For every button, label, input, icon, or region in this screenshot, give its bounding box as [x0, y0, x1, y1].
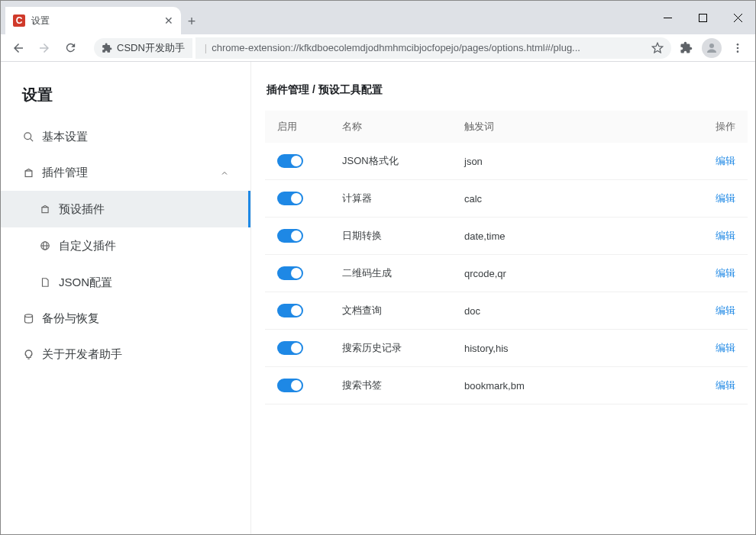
- plugin-name: 文档查询: [342, 304, 464, 317]
- col-header-trigger: 触发词: [464, 120, 690, 134]
- main-panel: 插件管理 / 预设工具配置 启用 名称 触发词 操作 JSON格式化json编辑…: [251, 62, 755, 534]
- bookmark-star-icon[interactable]: [651, 42, 664, 54]
- enable-toggle[interactable]: [277, 229, 303, 243]
- table-row: 文档查询doc编辑: [265, 292, 748, 330]
- enable-toggle[interactable]: [277, 379, 303, 392]
- window-close-button[interactable]: [720, 1, 755, 34]
- svg-point-7: [737, 50, 739, 53]
- svg-point-8: [24, 133, 31, 140]
- plugin-trigger: calc: [464, 193, 690, 205]
- database-icon: [22, 313, 34, 324]
- table-row: 计算器calc编辑: [265, 180, 748, 218]
- lightbulb-icon: [22, 349, 34, 360]
- enable-toggle[interactable]: [277, 304, 303, 317]
- svg-point-15: [24, 314, 32, 317]
- plugin-name: JSON格式化: [342, 154, 464, 168]
- table-header: 启用 名称 触发词 操作: [265, 111, 748, 143]
- chevron-up-icon: [220, 169, 229, 178]
- favicon: C: [13, 15, 25, 27]
- extensions-button[interactable]: [674, 37, 697, 60]
- window-maximize-button[interactable]: [685, 1, 720, 34]
- edit-button[interactable]: 编辑: [716, 192, 735, 204]
- edit-button[interactable]: 编辑: [716, 379, 735, 391]
- sidebar-item-label: 关于开发者助手: [42, 347, 122, 362]
- plugin-trigger: history,his: [464, 343, 690, 354]
- col-header-action: 操作: [690, 120, 735, 134]
- sidebar-sub-json[interactable]: JSON配置: [1, 264, 250, 301]
- window-minimize-button[interactable]: [650, 1, 685, 34]
- window-titlebar: C 设置 ✕ +: [1, 1, 755, 34]
- plugin-trigger: date,time: [464, 230, 690, 242]
- sidebar-item-label: 预设插件: [59, 202, 105, 217]
- profile-button[interactable]: [700, 37, 723, 60]
- col-header-name: 名称: [342, 120, 464, 134]
- plugin-trigger: doc: [464, 305, 690, 317]
- plugin-trigger: json: [464, 156, 690, 167]
- plugins-table: 启用 名称 触发词 操作 JSON格式化json编辑计算器calc编辑日期转换d…: [265, 111, 748, 404]
- tab-title: 设置: [31, 15, 158, 27]
- puzzle-icon: [102, 43, 112, 53]
- plugin-name: 搜索历史记录: [342, 341, 464, 355]
- settings-sidebar: 设置 基本设置 插件管理 预设插件 自定义插件 JSON配置 备份与恢复: [1, 62, 251, 534]
- table-row: 搜索书签bookmark,bm编辑: [265, 367, 748, 404]
- edit-button[interactable]: 编辑: [716, 267, 735, 279]
- table-row: 日期转换date,time编辑: [265, 218, 748, 255]
- svg-line-9: [30, 138, 33, 141]
- browser-tab[interactable]: C 设置 ✕: [5, 7, 181, 34]
- menu-button[interactable]: [726, 37, 749, 60]
- page-content: 设置 基本设置 插件管理 预设插件 自定义插件 JSON配置 备份与恢复: [1, 62, 755, 534]
- package-icon: [22, 167, 34, 179]
- edit-button[interactable]: 编辑: [716, 342, 735, 353]
- svg-point-4: [709, 44, 714, 48]
- sidebar-item-about[interactable]: 关于开发者助手: [1, 337, 250, 372]
- sidebar-sub-preset[interactable]: 预设插件: [1, 191, 250, 227]
- sidebar-item-label: 基本设置: [42, 130, 88, 144]
- browser-toolbar: CSDN开发助手 | chrome-extension://kfkdboecol…: [1, 34, 755, 62]
- sidebar-item-label: 自定义插件: [59, 239, 116, 253]
- new-tab-button[interactable]: +: [181, 8, 202, 34]
- plugin-name: 日期转换: [342, 229, 464, 243]
- reload-button[interactable]: [59, 37, 82, 60]
- edit-button[interactable]: 编辑: [716, 230, 735, 241]
- tab-close-button[interactable]: ✕: [164, 15, 173, 27]
- enable-toggle[interactable]: [277, 192, 303, 205]
- sidebar-item-basic[interactable]: 基本设置: [1, 119, 250, 155]
- svg-rect-10: [25, 171, 32, 177]
- svg-rect-1: [699, 14, 706, 21]
- enable-toggle[interactable]: [277, 154, 303, 168]
- table-row: JSON格式化json编辑: [265, 143, 748, 180]
- file-icon: [39, 277, 51, 288]
- enable-toggle[interactable]: [277, 266, 303, 280]
- sidebar-item-label: 备份与恢复: [42, 311, 99, 326]
- package-icon: [39, 204, 51, 214]
- sidebar-item-backup[interactable]: 备份与恢复: [1, 301, 250, 337]
- extension-chip[interactable]: CSDN开发助手: [94, 38, 192, 58]
- search-icon: [22, 131, 34, 143]
- edit-button[interactable]: 编辑: [716, 305, 735, 316]
- table-row: 搜索历史记录history,his编辑: [265, 330, 748, 367]
- globe-icon: [39, 240, 51, 251]
- forward-button[interactable]: [33, 37, 56, 60]
- enable-toggle[interactable]: [277, 341, 303, 355]
- plugin-name: 二维码生成: [342, 266, 464, 280]
- sidebar-title: 设置: [1, 77, 250, 119]
- address-bar[interactable]: | chrome-extension://kfkdboecolemdjodhmh…: [195, 37, 671, 59]
- svg-point-5: [737, 44, 739, 46]
- plugin-trigger: bookmark,bm: [464, 380, 690, 392]
- plugin-name: 计算器: [342, 192, 464, 205]
- sidebar-item-label: 插件管理: [42, 166, 88, 180]
- url-text: chrome-extension://kfkdboecolemdjodhmhmc…: [212, 42, 580, 53]
- svg-point-6: [737, 47, 739, 49]
- extension-label: CSDN开发助手: [117, 41, 185, 55]
- svg-rect-11: [42, 208, 48, 213]
- col-header-enable: 启用: [277, 120, 342, 134]
- table-row: 二维码生成qrcode,qr编辑: [265, 255, 748, 292]
- sidebar-item-plugin[interactable]: 插件管理: [1, 155, 250, 191]
- plugin-trigger: qrcode,qr: [464, 268, 690, 279]
- sidebar-item-label: JSON配置: [59, 276, 112, 290]
- edit-button[interactable]: 编辑: [716, 155, 735, 166]
- sidebar-sub-custom[interactable]: 自定义插件: [1, 227, 250, 264]
- back-button[interactable]: [7, 37, 30, 60]
- plugin-name: 搜索书签: [342, 379, 464, 392]
- breadcrumb: 插件管理 / 预设工具配置: [265, 83, 748, 97]
